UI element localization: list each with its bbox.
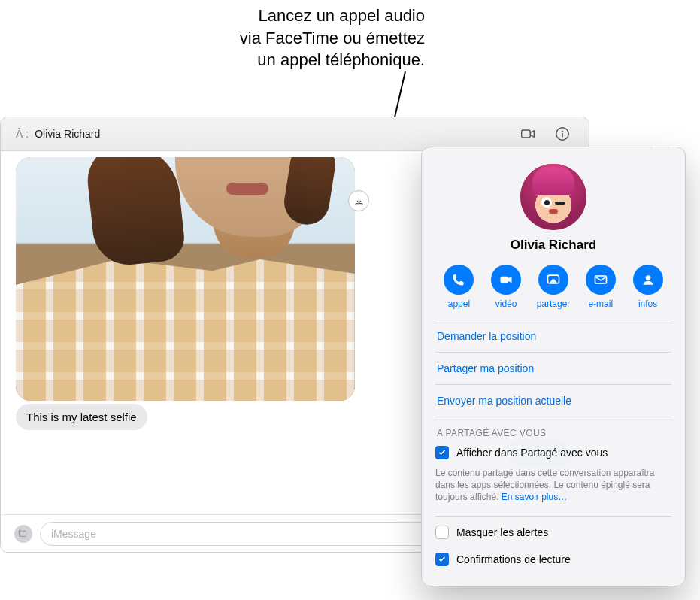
location-links: Demander la position Partager ma positio… <box>435 320 671 417</box>
svg-point-8 <box>645 275 650 280</box>
facetime-video-icon[interactable] <box>518 126 538 141</box>
hide-alerts-checkbox[interactable]: Masquer les alertes <box>435 526 671 539</box>
annotation-line1: Lancez un appel audio <box>169 5 425 27</box>
call-label: appel <box>448 298 470 309</box>
shareplay-icon <box>538 265 568 295</box>
incoming-message-bubble[interactable]: This is my latest selfie <box>16 404 147 430</box>
annotation-line3: un appel téléphonique. <box>169 49 425 71</box>
hide-alerts-label: Masquer les alertes <box>456 526 548 538</box>
apps-button[interactable] <box>14 525 32 543</box>
details-info-icon[interactable] <box>554 126 571 142</box>
divider <box>435 516 671 517</box>
to-name: Olivia Richard <box>35 128 100 140</box>
contact-avatar[interactable] <box>520 164 586 230</box>
svg-rect-3 <box>356 203 362 205</box>
download-attachment-button[interactable] <box>348 190 369 211</box>
share-action[interactable]: partager <box>533 265 574 309</box>
svg-rect-4 <box>501 277 508 283</box>
call-action[interactable]: appel <box>438 265 480 309</box>
info-action[interactable]: infos <box>627 265 668 309</box>
contact-actions: appel vidéo partager e-mail <box>435 265 671 309</box>
svg-rect-0 <box>522 130 531 138</box>
show-in-shared-checkbox[interactable]: Afficher dans Partagé avec vous <box>435 446 671 459</box>
read-receipts-checkbox[interactable]: Confirmations de lecture <box>435 553 671 566</box>
checkbox-unchecked-icon <box>435 526 449 539</box>
show-in-shared-label: Afficher dans Partagé avec vous <box>456 447 608 459</box>
contact-name: Olivia Richard <box>435 238 671 253</box>
email-action[interactable]: e-mail <box>580 265 621 309</box>
share-my-location-link[interactable]: Partager ma position <box>435 353 671 385</box>
shared-helper-text: Le contenu partagé dans cette conversati… <box>435 467 671 504</box>
video-label: vidéo <box>495 298 517 309</box>
share-label: partager <box>537 298 571 309</box>
svg-point-2 <box>562 130 563 132</box>
checkbox-checked-icon <box>435 553 449 566</box>
incoming-photo-attachment[interactable] <box>16 157 355 401</box>
details-popover: Olivia Richard appel vidéo partager <box>421 147 686 586</box>
email-label: e-mail <box>588 298 613 309</box>
video-action[interactable]: vidéo <box>486 265 527 309</box>
annotation-line2: via FaceTime ou émettez <box>169 27 425 50</box>
recipient-field[interactable]: À : Olivia Richard <box>16 128 100 140</box>
request-location-link[interactable]: Demander la position <box>435 320 671 353</box>
annotation-callout: Lancez un appel audio via FaceTime ou ém… <box>169 5 425 71</box>
video-icon <box>491 265 521 295</box>
person-icon <box>633 265 663 295</box>
checkbox-checked-icon <box>435 446 449 459</box>
shared-section-title: A PARTAGÉ AVEC VOUS <box>437 428 670 438</box>
learn-more-link[interactable]: En savoir plus… <box>502 492 567 502</box>
incoming-message-text: This is my latest selfie <box>26 411 137 423</box>
phone-icon <box>444 265 474 295</box>
info-label: infos <box>638 298 657 309</box>
send-current-location-link[interactable]: Envoyer ma position actuelle <box>435 385 671 417</box>
envelope-icon <box>586 265 616 295</box>
to-label: À : <box>16 128 29 140</box>
read-receipts-label: Confirmations de lecture <box>456 553 571 565</box>
